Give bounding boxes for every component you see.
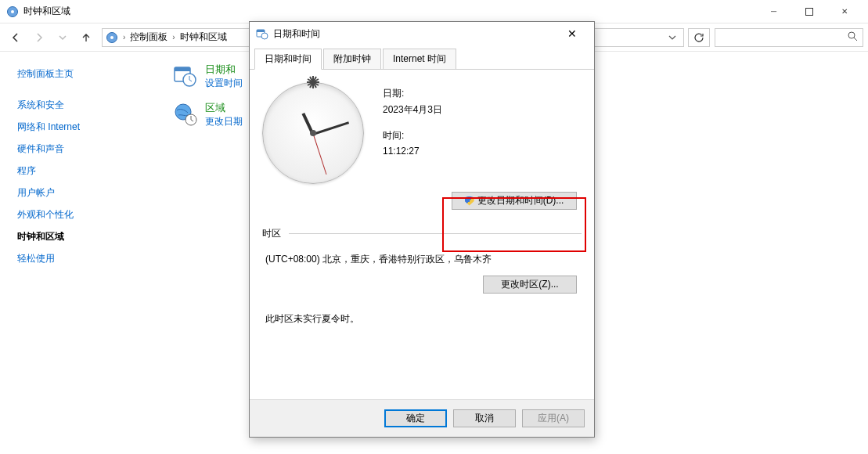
sidebar-item-accounts[interactable]: 用户帐户: [17, 185, 149, 200]
change-timezone-label: 更改时区(Z)...: [501, 278, 558, 291]
sidebar-item-ease[interactable]: 轻松使用: [17, 250, 149, 266]
search-input[interactable]: [715, 28, 863, 47]
tab-datetime[interactable]: 日期和时间: [254, 49, 322, 70]
address-dropdown-button[interactable]: [663, 28, 680, 47]
content-link[interactable]: 更改日期: [205, 115, 243, 128]
content-item-region[interactable]: 区域 更改日期: [172, 101, 243, 128]
tab-internet-time[interactable]: Internet 时间: [383, 49, 456, 69]
nav-up-button[interactable]: [75, 27, 97, 49]
sidebar-item-network[interactable]: 网络和 Internet: [17, 119, 149, 135]
clock-minute-hand: [313, 121, 350, 135]
tab-additional-clocks[interactable]: 附加时钟: [323, 49, 381, 69]
date-label: 日期:: [383, 87, 442, 100]
breadcrumb-item[interactable]: 时钟和区域: [180, 31, 227, 44]
dst-note: 此时区未实行夏令时。: [265, 312, 578, 326]
sidebar-item-hardware[interactable]: 硬件和声音: [17, 141, 149, 157]
calendar-clock-icon: [172, 63, 197, 88]
svg-rect-2: [805, 8, 812, 15]
maximize-button[interactable]: [791, 0, 827, 23]
svg-point-1: [11, 10, 14, 13]
change-timezone-button[interactable]: 更改时区(Z)...: [483, 276, 577, 294]
search-icon: [847, 31, 858, 44]
refresh-button[interactable]: [688, 28, 710, 47]
svg-point-4: [110, 36, 113, 39]
time-value: 11:12:27: [383, 146, 442, 157]
sidebar-item-system[interactable]: 系统和安全: [17, 97, 149, 113]
ok-button[interactable]: 确定: [384, 409, 447, 427]
svg-line-6: [854, 38, 857, 41]
close-button[interactable]: ✕: [827, 0, 862, 23]
sidebar-home-link[interactable]: 控制面板主页: [17, 66, 149, 81]
minimize-button[interactable]: ─: [756, 0, 791, 23]
apply-button[interactable]: 应用(A): [522, 409, 585, 427]
datetime-dialog: 日期和时间 ✕ 日期和时间 附加时钟 Internet 时间: [249, 21, 595, 438]
svg-point-14: [261, 33, 268, 39]
change-datetime-label: 更改日期和时间(D)...: [477, 194, 564, 207]
change-datetime-button[interactable]: 更改日期和时间(D)...: [452, 192, 577, 210]
cancel-button[interactable]: 取消: [453, 409, 516, 427]
nav-forward-button[interactable]: [28, 27, 50, 49]
sidebar: 控制面板主页 系统和安全 网络和 Internet 硬件和声音 程序 用户帐户 …: [0, 52, 157, 454]
dialog-button-row: 确定 取消 应用(A): [250, 399, 594, 437]
sidebar-item-programs[interactable]: 程序: [17, 163, 149, 178]
dialog-titlebar[interactable]: 日期和时间 ✕: [250, 22, 594, 45]
shield-icon: [465, 196, 474, 206]
content-title: 日期和: [205, 63, 243, 77]
svg-rect-8: [175, 67, 190, 71]
breadcrumb-item[interactable]: 控制面板: [130, 31, 167, 44]
nav-recent-dropdown[interactable]: [52, 27, 74, 49]
timezone-value: (UTC+08:00) 北京，重庆，香港特别行政区，乌鲁木齐: [265, 253, 578, 266]
globe-clock-icon: [172, 101, 197, 126]
explorer-titlebar: 时钟和区域 ─ ✕: [0, 0, 868, 23]
sidebar-item-clock-region[interactable]: 时钟和区域: [17, 229, 149, 244]
content-link[interactable]: 设置时间: [205, 77, 243, 90]
timezone-header: 时区: [262, 227, 281, 240]
content-item-datetime[interactable]: 日期和 设置时间: [172, 63, 243, 90]
control-panel-icon: [106, 31, 118, 44]
svg-rect-13: [257, 30, 265, 32]
time-label: 时间:: [383, 129, 442, 142]
window-controls: ─ ✕: [756, 0, 862, 23]
svg-point-5: [848, 32, 855, 38]
content-title: 区域: [205, 101, 243, 115]
tab-content-datetime: 日期: 2023年4月3日 时间: 11:12:27 更改日期和时间(D)...…: [250, 70, 594, 399]
calendar-clock-icon: [256, 27, 268, 40]
chevron-right-icon[interactable]: ›: [169, 33, 178, 41]
tab-bar: 日期和时间 附加时钟 Internet 时间: [250, 45, 594, 70]
sidebar-item-appearance[interactable]: 外观和个性化: [17, 207, 149, 222]
analog-clock: [262, 82, 364, 184]
control-panel-icon: [6, 5, 19, 18]
chevron-right-icon[interactable]: ›: [120, 33, 128, 41]
explorer-title: 时钟和区域: [23, 5, 70, 18]
dialog-title: 日期和时间: [273, 27, 320, 41]
nav-back-button[interactable]: [5, 27, 27, 49]
date-value: 2023年4月3日: [383, 103, 442, 117]
clock-second-hand: [313, 133, 327, 175]
dialog-close-button[interactable]: ✕: [556, 23, 588, 45]
